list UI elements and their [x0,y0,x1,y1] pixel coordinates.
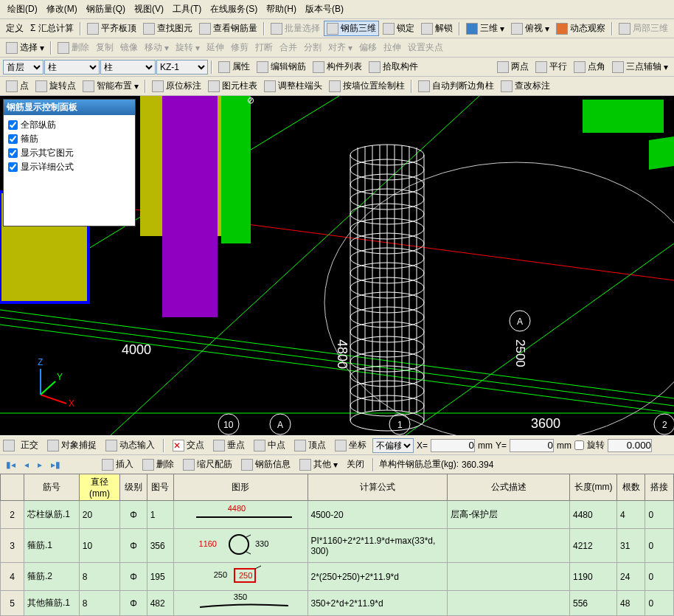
cell-count[interactable]: 24 [617,563,645,591]
cell-count[interactable]: 4 [617,501,645,529]
cell-fig[interactable]: 482 [147,591,173,616]
delete-row-button[interactable]: 删除 [139,457,177,472]
col-shape[interactable]: 图形 [173,474,308,501]
last-button[interactable]: ▸▮ [48,458,63,471]
trim-button[interactable]: 修剪 [228,40,251,55]
shift-combo[interactable]: 不偏移 [372,438,414,453]
cross-button[interactable]: ✕交点 [170,437,207,453]
viewport-3d[interactable]: 4000 4800 2500 3600 10 A 1 A 2 X Y Z ⊘ 钢… [0,96,674,435]
move-button[interactable]: 移动▾ [142,40,172,55]
rotate-button[interactable]: 旋转▾ [173,40,203,55]
batch-button[interactable]: 批量选择 [268,21,323,36]
y-input[interactable] [510,439,554,452]
cell-desc[interactable] [448,563,570,591]
cell-dia[interactable]: 8 [79,563,120,591]
dynin-button[interactable]: 动态输入 [103,437,158,453]
col-desc[interactable]: 公式描述 [448,474,570,501]
perp-button[interactable]: 垂点 [210,437,248,453]
cell-calc[interactable]: 350+2*d+2*11.9*d [308,591,448,616]
merge-button[interactable]: 合并 [277,40,300,55]
cell-count[interactable]: 31 [617,529,645,563]
coord-button[interactable]: 坐标 [332,437,369,453]
stretch-button[interactable]: 拉伸 [381,40,404,55]
point-button[interactable]: 点 [3,78,32,94]
break-button[interactable]: 打断 [252,40,276,55]
menu-tools[interactable]: 工具(T) [168,1,206,17]
cell-dia[interactable]: 10 [79,529,120,563]
edit-rebar-button[interactable]: 编辑钢筋 [254,59,309,75]
table-row[interactable]: 5 其他箍筋.1 8 Φ 482 350 350+2*d+2*11.9*d 55… [1,591,674,616]
check-dim-button[interactable]: 查改标注 [498,78,553,94]
cell-dia[interactable]: 8 [79,591,120,616]
category1-combo[interactable]: 柱 [44,60,100,75]
ortho-button[interactable]: 正交 [18,437,41,453]
category2-combo[interactable]: 柱 [100,60,156,75]
insert-button[interactable]: 插入 [99,457,136,472]
menu-version[interactable]: 版本号(B) [301,1,348,17]
col-lap[interactable]: 搭接 [645,474,674,501]
mid-button[interactable]: 中点 [251,437,288,453]
cell-shape[interactable]: 350 [173,591,308,616]
cell-level[interactable]: Φ [120,529,147,563]
col-level[interactable]: 级别 [120,474,147,501]
col-calc[interactable]: 计算公式 [308,474,448,501]
flat-button[interactable]: 平齐板顶 [84,21,139,36]
col-blank[interactable] [1,474,24,501]
cell-id[interactable]: 箍筋.2 [24,563,80,591]
three-axis-button[interactable]: 三点辅轴▾ [609,59,671,75]
other-button[interactable]: 其他▾ [296,457,341,472]
cell-fig[interactable]: 356 [147,529,173,563]
member-combo[interactable]: KZ-1 [156,60,208,75]
unlock-button[interactable]: 解锁 [418,21,456,36]
menu-online[interactable]: 在线服务(S) [206,1,262,17]
delete-button[interactable]: 删除 [55,40,92,55]
rot-input[interactable] [608,439,652,452]
align-button[interactable]: 对齐▾ [325,40,355,55]
next-button[interactable]: ▸ [35,458,45,471]
draw-by-wall-button[interactable]: 按墙位置绘制柱 [326,78,408,94]
partial3d-button[interactable]: 局部三维 [616,21,671,36]
legend-button[interactable]: 图元柱表 [205,78,260,94]
cell-len[interactable]: 556 [569,591,616,616]
anchor-button[interactable]: 设置夹点 [405,40,446,55]
cell-lap[interactable]: 0 [645,563,674,591]
top-button[interactable]: 顶点 [291,437,329,453]
cell-lap[interactable]: 0 [645,529,674,563]
adjust-col-button[interactable]: 调整柱端头 [261,78,325,94]
cell-calc[interactable]: PI*1160+2*2*11.9*d+max(33*d, 300) [308,529,448,563]
viewbar-button[interactable]: 查看钢筋量 [196,21,260,36]
lock-button[interactable]: 锁定 [380,21,417,36]
copy-button[interactable]: 复制 [93,40,117,55]
cell-shape[interactable]: 250250 [173,563,308,591]
parallel-button[interactable]: 平行 [532,59,570,75]
smart-layout-button[interactable]: 智能布置▾ [80,78,142,94]
select-button[interactable]: 选择▾ [3,40,47,55]
find-button[interactable]: 查找图元 [140,21,195,36]
dyn-observe-button[interactable]: 动态观察 [553,21,608,36]
cell-lap[interactable]: 0 [645,501,674,529]
angle-button[interactable]: 点角 [571,59,608,75]
cell-len[interactable]: 1190 [569,563,616,591]
auto-trim-button[interactable]: 自动判断边角柱 [415,78,497,94]
define-button[interactable]: 定义 [3,21,27,36]
menu-draw[interactable]: 绘图(D) [3,1,42,17]
cell-desc[interactable]: 层高-保护层 [448,501,570,529]
cell-level[interactable]: Φ [120,563,147,591]
chk-longitudinal[interactable]: 全部纵筋 [8,118,131,132]
cell-fig[interactable]: 1 [147,501,173,529]
menu-rebar[interactable]: 钢筋量(Q) [82,1,130,17]
first-button[interactable]: ▮◂ [3,458,18,471]
col-len[interactable]: 长度(mm) [569,474,616,501]
cell-len[interactable]: 4480 [569,501,616,529]
perspective-button[interactable]: 俯视▾ [508,21,552,36]
prev-button[interactable]: ◂ [21,458,32,471]
scale-button[interactable]: 缩尺配筋 [180,457,235,472]
3d-button[interactable]: 三维▾ [463,21,507,36]
panel-title[interactable]: 钢筋显示控制面板 [4,100,135,115]
close-button[interactable]: 关闭 [344,457,367,472]
table-row[interactable]: 2 芯柱纵筋.1 20 Φ 1 4480 4500-20 层高-保护层 4480… [1,501,674,529]
mirror-button[interactable]: 镜像 [117,40,141,55]
rot-check[interactable] [574,440,584,450]
inplace-dim-button[interactable]: 原位标注 [149,78,204,94]
cell-count[interactable]: 48 [617,591,645,616]
